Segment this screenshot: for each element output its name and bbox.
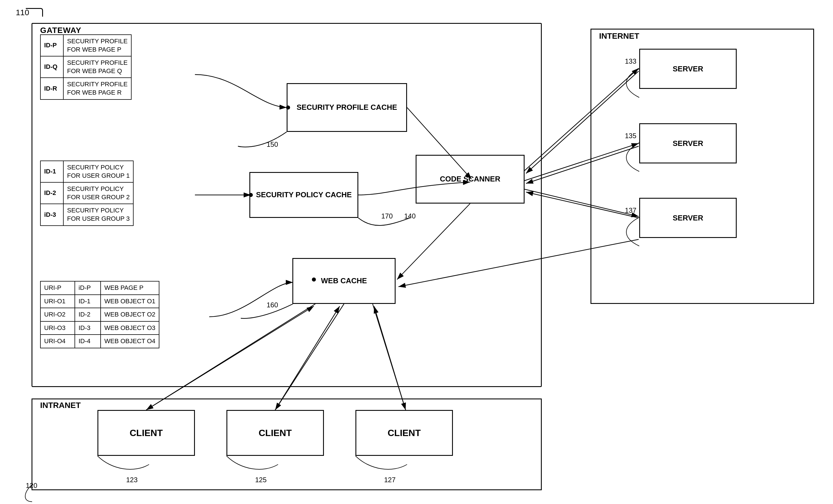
label-160: 160	[267, 301, 278, 309]
uri-o2-obj: WEB OBJECT O2	[101, 308, 159, 321]
client-box-1: CLIENT	[97, 410, 195, 456]
client-label-3: CLIENT	[387, 428, 421, 438]
security-policy-table: ID-1 SECURITY POLICYFOR USER GROUP 1 ID-…	[40, 161, 134, 226]
security-profile-cache-label: SECURITY PROFILE CACHE	[297, 103, 397, 112]
code-scanner-box: CODE SCANNER	[415, 155, 525, 203]
uri-o4-id: ID-4	[75, 335, 101, 348]
server-box-1: SERVER	[639, 49, 737, 89]
spol-id-3: iD-3	[41, 204, 63, 225]
spol-id-2: ID-2	[41, 182, 63, 204]
uri-o1-id: ID-1	[75, 295, 101, 308]
server-label-3: SERVER	[673, 214, 703, 222]
uri-o1: URI-O1	[41, 295, 75, 308]
code-scanner-label: CODE SCANNER	[440, 174, 500, 184]
internet-label: INTERNET	[599, 31, 639, 41]
uri-o2: URI-O2	[41, 308, 75, 321]
uri-o4-obj: WEB OBJECT O4	[101, 335, 159, 348]
label-123: 123	[126, 476, 138, 484]
client-box-3: CLIENT	[355, 410, 453, 456]
gateway-label: GATEWAY	[40, 26, 81, 35]
security-policy-cache-box: SECURITY POLICY CACHE	[249, 172, 358, 218]
server-label-1: SERVER	[673, 65, 703, 73]
server-box-2: SERVER	[639, 123, 737, 163]
uri-o4: URI-O4	[41, 335, 75, 348]
label-127: 127	[384, 476, 396, 484]
table-row: ID-P SECURITY PROFILEFOR WEB PAGE P	[41, 35, 131, 56]
web-cache-label: WEB CACHE	[321, 276, 367, 286]
client-label-2: CLIENT	[259, 428, 292, 438]
table-row: URI-O2 ID-2 WEB OBJECT O2	[41, 308, 159, 321]
web-cache-box: WEB CACHE	[292, 258, 396, 304]
label-135: 135	[625, 132, 636, 140]
sp-id-q: ID-Q	[41, 56, 63, 78]
uri-table: URI-P iD-P WEB PAGE P URI-O1 ID-1 WEB OB…	[40, 281, 159, 348]
uri-p-id: iD-P	[75, 281, 101, 295]
spol-desc-3: SECURITY POLICYFOR USER GROUP 3	[63, 204, 133, 225]
client-label-1: CLIENT	[129, 428, 163, 438]
sp-desc-p: SECURITY PROFILEFOR WEB PAGE P	[63, 35, 131, 56]
label-120: 120	[26, 482, 37, 490]
security-policy-cache-label: SECURITY POLICY CACHE	[256, 190, 352, 200]
security-profile-table: ID-P SECURITY PROFILEFOR WEB PAGE P ID-Q…	[40, 34, 132, 100]
uri-o1-obj: WEB OBJECT O1	[101, 295, 159, 308]
spol-desc-1: SECURITY POLICYFOR USER GROUP 1	[63, 161, 133, 182]
security-profile-cache-box: SECURITY PROFILE CACHE	[287, 83, 407, 132]
table-row: URI-O3 ID-3 WEB OBJECT O3	[41, 321, 159, 335]
table-row: ID-1 SECURITY POLICYFOR USER GROUP 1	[41, 161, 133, 182]
diagram: 110 GATEWAY ID-P SECURITY PROFILEFOR WEB…	[0, 0, 833, 504]
intranet-label: INTRANET	[40, 401, 81, 410]
sp-id-p: ID-P	[41, 35, 63, 56]
sp-id-r: ID-R	[41, 78, 63, 99]
label-137: 137	[625, 207, 636, 214]
uri-o3-id: ID-3	[75, 321, 101, 335]
uri-o2-id: ID-2	[75, 308, 101, 321]
label-133: 133	[625, 57, 636, 65]
spol-desc-2: SECURITY POLICYFOR USER GROUP 2	[63, 182, 133, 204]
table-row: ID-R SECURITY PROFILEFOR WEB PAGE R	[41, 78, 131, 99]
table-row: iD-3 SECURITY POLICYFOR USER GROUP 3	[41, 204, 133, 225]
uri-o3: URI-O3	[41, 321, 75, 335]
table-row: ID-Q SECURITY PROFILEFOR WEB PAGE Q	[41, 56, 131, 78]
label-170: 170	[381, 212, 393, 220]
label-140: 140	[404, 212, 415, 220]
server-label-2: SERVER	[673, 139, 703, 148]
uri-p: URI-P	[41, 281, 75, 295]
sp-desc-r: SECURITY PROFILEFOR WEB PAGE R	[63, 78, 131, 99]
table-row: URI-O4 ID-4 WEB OBJECT O4	[41, 335, 159, 348]
ref-bracket	[26, 8, 43, 17]
table-row: URI-O1 ID-1 WEB OBJECT O1	[41, 295, 159, 308]
client-box-2: CLIENT	[227, 410, 324, 456]
table-row: URI-P iD-P WEB PAGE P	[41, 281, 159, 295]
spol-id-1: ID-1	[41, 161, 63, 182]
server-box-3: SERVER	[639, 198, 737, 238]
sp-desc-q: SECURITY PROFILEFOR WEB PAGE Q	[63, 56, 131, 78]
uri-p-obj: WEB PAGE P	[101, 281, 159, 295]
table-row: ID-2 SECURITY POLICYFOR USER GROUP 2	[41, 182, 133, 204]
label-125: 125	[255, 476, 267, 484]
uri-o3-obj: WEB OBJECT O3	[101, 321, 159, 335]
label-150: 150	[267, 141, 278, 148]
